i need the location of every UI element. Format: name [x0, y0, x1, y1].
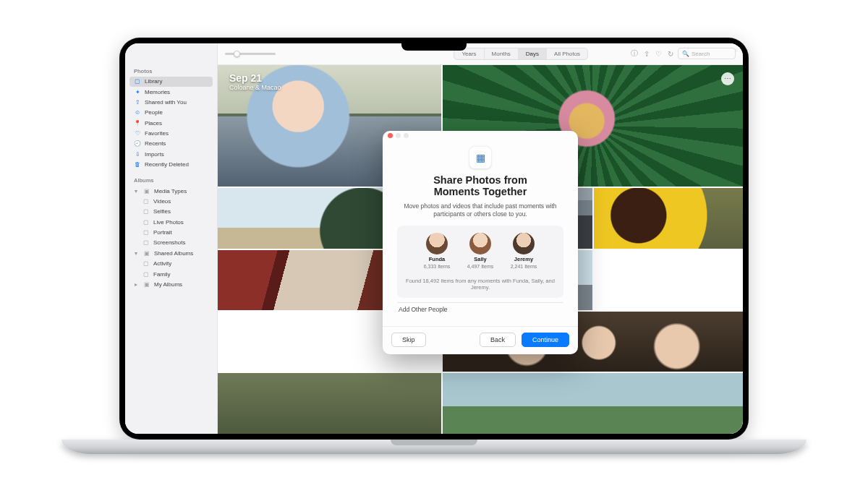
person-sally[interactable]: Sally4,497 Items: [464, 233, 497, 269]
sidebar-item-people[interactable]: ☺People: [129, 108, 213, 118]
minimize-icon: [396, 133, 401, 138]
sidebar-item-label: Shared with You: [145, 99, 187, 106]
segment-all-photos[interactable]: All Photos: [547, 48, 587, 59]
sidebar-item-videos[interactable]: ▢Videos: [138, 196, 213, 206]
people-card: Funda6,333 ItemsSally4,497 ItemsJeremy2,…: [397, 226, 563, 298]
folder-icon: ▣: [143, 281, 150, 288]
sidebar-group-my-albums[interactable]: ▸ ▣ My Albums: [129, 279, 213, 289]
dialog-subtitle: Move photos and videos that include past…: [397, 202, 563, 218]
sidebar-item-label: Selfies: [153, 208, 171, 215]
zoom-icon: [404, 133, 409, 138]
segment-months[interactable]: Months: [485, 48, 519, 59]
share-icon[interactable]: ⇪: [644, 50, 650, 58]
person-name: Jeremy: [514, 256, 533, 262]
share-moments-dialog: ▦ Share Photos fromMoments Together Move…: [383, 130, 578, 354]
sidebar-item-favorites[interactable]: ♡Favorites: [129, 128, 213, 138]
continue-button[interactable]: Continue: [522, 333, 569, 347]
sidebar-item-recents[interactable]: 🕘Recents: [129, 139, 213, 149]
person-jeremy[interactable]: Jeremy2,241 Items: [507, 233, 540, 269]
person-count: 4,497 Items: [467, 264, 494, 269]
found-summary: Found 18,492 items from any moments with…: [403, 278, 558, 291]
day-date: Sep 21: [229, 72, 281, 84]
search-placeholder: Search: [692, 51, 710, 57]
sidebar-item-screenshots[interactable]: ▢Screenshots: [138, 238, 213, 248]
sidebar-item-recently-deleted[interactable]: 🗑Recently Deleted: [129, 160, 213, 170]
sidebar-item-imports[interactable]: ⇩Imports: [129, 149, 213, 159]
sidebar-item-label: Live Photos: [153, 219, 184, 226]
sidebar-item-icon: ▢: [134, 78, 141, 85]
sidebar-item-portrait[interactable]: ▢Portrait: [138, 227, 213, 237]
content-area: YearsMonthsDaysAll Photos ⓘ ⇪ ♡ ↻ 🔍 Sear…: [218, 43, 743, 434]
dialog-title: Share Photos fromMoments Together: [397, 174, 563, 197]
sidebar-group-media-types[interactable]: ▾ ▣ Media Types: [129, 186, 213, 196]
chevron-down-icon: ▾: [134, 250, 138, 257]
sidebar-item-label: Imports: [145, 151, 164, 158]
zoom-slider[interactable]: [225, 53, 276, 55]
segment-days[interactable]: Days: [519, 48, 547, 59]
chevron-down-icon: ▾: [134, 188, 138, 194]
laptop-frame: Photos ▢Library✦Memories⇪Shared with You…: [119, 38, 749, 451]
sidebar-item-icon: 📍: [134, 119, 141, 127]
add-other-people-button[interactable]: Add Other People: [397, 302, 563, 316]
folder-icon: ▣: [143, 249, 150, 257]
view-segmented-control[interactable]: YearsMonthsDaysAll Photos: [454, 48, 588, 60]
sidebar-item-label: Recently Deleted: [145, 161, 189, 168]
sidebar-item-live-photos[interactable]: ▢Live Photos: [138, 217, 213, 227]
toolbar: YearsMonthsDaysAll Photos ⓘ ⇪ ♡ ↻ 🔍 Sear…: [218, 43, 743, 65]
sidebar-item-icon: 🕘: [134, 140, 141, 147]
person-name: Sally: [474, 256, 487, 262]
album-icon: ▢: [142, 270, 150, 278]
display-notch: [401, 43, 467, 51]
sidebar-item-label: Activity: [153, 260, 171, 267]
sidebar-item-places[interactable]: 📍Places: [129, 118, 213, 128]
info-icon[interactable]: ⓘ: [631, 48, 638, 59]
skip-button[interactable]: Skip: [391, 333, 426, 347]
photo-tile[interactable]: [443, 373, 743, 433]
sidebar-item-shared-with-you[interactable]: ⇪Shared with You: [129, 97, 213, 107]
more-icon[interactable]: ⋯: [721, 72, 734, 85]
sidebar-item-activity[interactable]: ▢Activity: [138, 259, 213, 269]
sidebar-item-label: Library: [145, 78, 162, 85]
favorite-icon[interactable]: ♡: [655, 50, 662, 58]
sidebar-item-icon: ☺: [134, 109, 141, 116]
photo-grid: Sep 21 Coloane & Macao ⋯: [218, 65, 743, 434]
sidebar-item-label: Recents: [145, 140, 166, 147]
sidebar-item-label: Memories: [145, 89, 170, 95]
close-icon[interactable]: [388, 133, 393, 138]
album-icon: ▢: [142, 260, 150, 267]
chevron-right-icon: ▸: [134, 281, 138, 288]
sidebar-group-shared-albums[interactable]: ▾ ▣ Shared Albums: [129, 248, 213, 258]
sidebar-item-icon: ✦: [134, 88, 141, 95]
sidebar: Photos ▢Library✦Memories⇪Shared with You…: [125, 43, 218, 434]
photo-tile[interactable]: [218, 373, 441, 433]
sidebar-item-icon: ♡: [134, 130, 141, 137]
avatar: [426, 233, 448, 254]
sidebar-item-icon: ⇩: [134, 150, 141, 158]
laptop-base: [61, 440, 807, 454]
avatar: [469, 233, 491, 254]
sidebar-item-label: Family: [153, 271, 171, 278]
back-button[interactable]: Back: [480, 333, 516, 347]
album-icon: ▢: [142, 208, 150, 215]
person-funda[interactable]: Funda6,333 Items: [420, 233, 454, 269]
album-icon: ▢: [142, 239, 150, 247]
sidebar-heading-photos: Photos: [129, 65, 213, 77]
person-count: 2,241 Items: [511, 264, 537, 269]
sidebar-item-icon: ⇪: [134, 98, 141, 106]
sidebar-item-label: Videos: [153, 198, 171, 205]
album-icon: ▢: [142, 229, 150, 236]
rotate-icon[interactable]: ↻: [668, 50, 673, 58]
shared-library-icon: ▦: [469, 146, 491, 168]
sidebar-item-library[interactable]: ▢Library: [129, 77, 213, 87]
search-input[interactable]: 🔍 Search: [678, 48, 736, 59]
photo-tile[interactable]: [594, 188, 743, 248]
search-icon: 🔍: [682, 51, 689, 57]
sidebar-item-label: Favorites: [145, 130, 169, 137]
sidebar-item-label: Portrait: [153, 229, 172, 236]
sidebar-item-label: People: [145, 109, 163, 116]
sidebar-item-selfies[interactable]: ▢Selfies: [138, 207, 213, 217]
sidebar-item-memories[interactable]: ✦Memories: [129, 87, 213, 97]
photos-app: Photos ▢Library✦Memories⇪Shared with You…: [125, 43, 743, 434]
sidebar-item-family[interactable]: ▢Family: [138, 269, 213, 279]
person-count: 6,333 Items: [424, 264, 451, 269]
